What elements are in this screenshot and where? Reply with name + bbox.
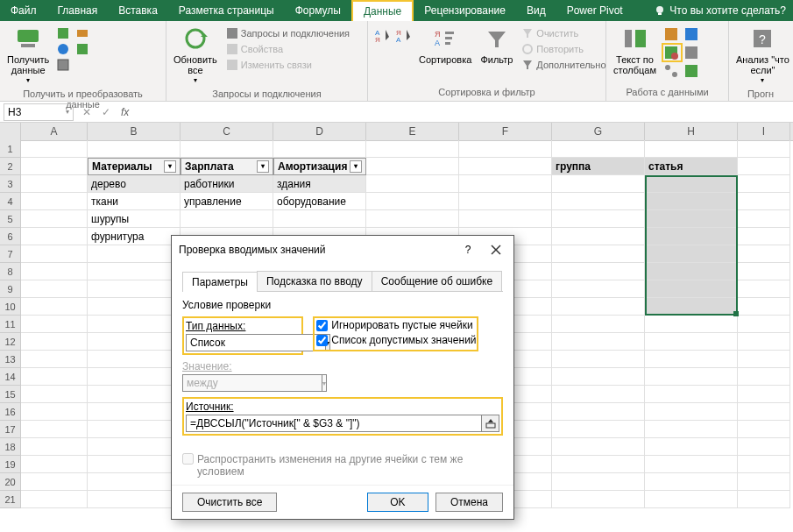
tab-parameters[interactable]: Параметры: [182, 272, 258, 292]
col-head-G[interactable]: G: [552, 123, 645, 140]
tab-insert[interactable]: Вставка: [108, 1, 168, 20]
cell[interactable]: [552, 421, 645, 438]
row-head-11[interactable]: 11: [0, 316, 21, 333]
cell[interactable]: [366, 210, 459, 228]
clear-all-button[interactable]: Очистить все: [182, 493, 277, 512]
cell[interactable]: [21, 491, 88, 508]
cell[interactable]: [645, 263, 738, 280]
cell[interactable]: [738, 280, 790, 298]
whatif-button[interactable]: ? Анализ "что если" ▾: [734, 23, 791, 87]
cell[interactable]: [181, 210, 273, 228]
cell[interactable]: [88, 245, 181, 263]
cell[interactable]: группа: [552, 158, 645, 175]
cell[interactable]: [21, 438, 88, 456]
cell[interactable]: [552, 333, 645, 351]
cell[interactable]: ткани: [88, 193, 181, 210]
cell[interactable]: [552, 386, 645, 403]
cell[interactable]: [645, 386, 738, 403]
filter-dropdown-icon[interactable]: ▾: [257, 160, 269, 173]
cell[interactable]: [552, 438, 645, 456]
row-head-2[interactable]: 2: [0, 158, 21, 175]
cell[interactable]: [181, 140, 273, 158]
col-head-B[interactable]: B: [88, 123, 181, 140]
cell[interactable]: [645, 438, 738, 456]
cell[interactable]: [738, 438, 790, 456]
flash-fill-icon[interactable]: [663, 26, 681, 42]
tab-powerpivot[interactable]: Power Pivot: [556, 1, 634, 20]
cell[interactable]: здания: [273, 175, 366, 193]
tab-view[interactable]: Вид: [516, 1, 556, 20]
cell[interactable]: [21, 210, 88, 228]
cell[interactable]: [459, 158, 552, 175]
consolidate-icon[interactable]: [683, 45, 701, 60]
cell[interactable]: [88, 298, 181, 316]
cell[interactable]: шурупы: [88, 210, 181, 228]
tell-me[interactable]: Что вы хотите сделать?: [647, 4, 793, 17]
properties-button[interactable]: Свойства: [224, 42, 351, 56]
cell[interactable]: Амортизация▾: [273, 158, 366, 175]
cell[interactable]: [273, 140, 366, 158]
cell[interactable]: [645, 368, 738, 386]
cell[interactable]: [645, 316, 738, 333]
tab-error-alert[interactable]: Сообщение об ошибке: [372, 271, 502, 291]
cell[interactable]: [645, 175, 738, 193]
text-to-columns-button[interactable]: Текст по столбцам: [612, 23, 658, 77]
cell[interactable]: [552, 280, 645, 298]
cancel-button[interactable]: Отмена: [435, 493, 503, 512]
cell[interactable]: [645, 280, 738, 298]
row-head-17[interactable]: 17: [0, 421, 21, 438]
row-head-19[interactable]: 19: [0, 456, 21, 473]
row-head-6[interactable]: 6: [0, 228, 21, 245]
row-head-5[interactable]: 5: [0, 210, 21, 228]
cell[interactable]: [88, 386, 181, 403]
cell[interactable]: [645, 245, 738, 263]
tab-data[interactable]: Данные: [351, 0, 414, 21]
cell[interactable]: [738, 175, 790, 193]
cell[interactable]: [21, 368, 88, 386]
formula-input[interactable]: [134, 103, 793, 120]
col-head-F[interactable]: F: [459, 123, 552, 140]
cell[interactable]: [738, 228, 790, 245]
cell[interactable]: [645, 210, 738, 228]
cell[interactable]: оборудование: [273, 193, 366, 210]
cell[interactable]: [552, 368, 645, 386]
row-head-3[interactable]: 3: [0, 175, 21, 193]
col-head-A[interactable]: A: [21, 123, 88, 140]
row-head-8[interactable]: 8: [0, 263, 21, 280]
cell[interactable]: работники: [181, 175, 273, 193]
cell[interactable]: [552, 210, 645, 228]
col-head-E[interactable]: E: [366, 123, 459, 140]
cell[interactable]: [738, 421, 790, 438]
cell[interactable]: [738, 403, 790, 421]
cell[interactable]: [88, 456, 181, 473]
filter-dropdown-icon[interactable]: ▾: [164, 160, 176, 173]
row-head-18[interactable]: 18: [0, 438, 21, 456]
cell[interactable]: [459, 193, 552, 210]
cell[interactable]: [21, 175, 88, 193]
row-head-14[interactable]: 14: [0, 368, 21, 386]
type-combo[interactable]: ▾: [186, 334, 300, 351]
cell[interactable]: [459, 175, 552, 193]
ok-button[interactable]: OK: [367, 493, 428, 512]
cell[interactable]: [21, 473, 88, 491]
cell[interactable]: [645, 333, 738, 351]
cell[interactable]: [738, 140, 790, 158]
cancel-formula-icon[interactable]: ✕: [77, 106, 96, 118]
cell[interactable]: [645, 473, 738, 491]
close-button[interactable]: [485, 241, 506, 259]
tab-file[interactable]: Файл: [0, 1, 47, 20]
row-head-20[interactable]: 20: [0, 473, 21, 491]
cell[interactable]: [738, 351, 790, 368]
cell[interactable]: [21, 333, 88, 351]
cell[interactable]: [459, 140, 552, 158]
col-head-C[interactable]: C: [181, 123, 273, 140]
cell[interactable]: [88, 316, 181, 333]
cell[interactable]: [552, 456, 645, 473]
from-table-icon[interactable]: [56, 58, 70, 72]
cell[interactable]: [459, 210, 552, 228]
cell[interactable]: [21, 421, 88, 438]
col-head-H[interactable]: H: [645, 123, 738, 140]
cell[interactable]: [21, 263, 88, 280]
cell[interactable]: Зарплата▾: [181, 158, 273, 175]
cell[interactable]: [88, 438, 181, 456]
